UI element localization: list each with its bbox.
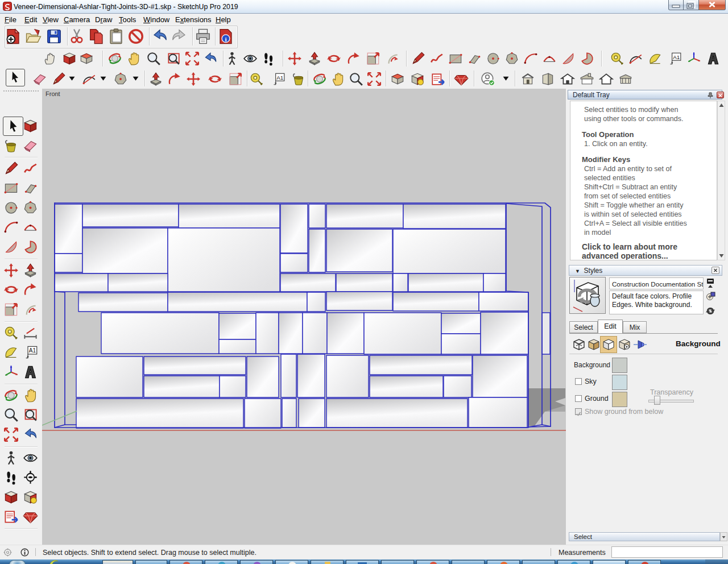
svg-text:Front: Front — [46, 90, 60, 97]
